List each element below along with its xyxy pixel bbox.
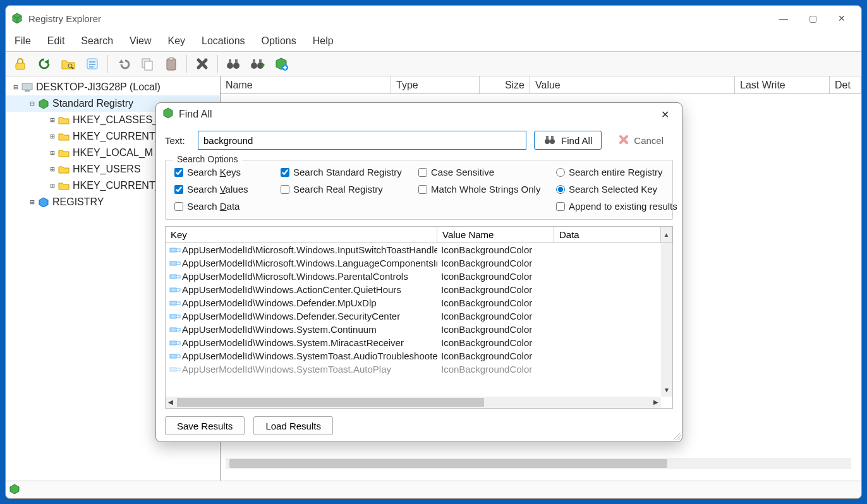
search-text-input[interactable] bbox=[198, 131, 526, 150]
svg-rect-38 bbox=[170, 261, 176, 265]
svg-rect-54 bbox=[170, 368, 176, 371]
load-results-button[interactable]: Load Results bbox=[253, 416, 333, 435]
binoculars-icon[interactable] bbox=[222, 54, 244, 74]
chk-append-results[interactable]: Append to existing results bbox=[556, 201, 682, 212]
menu-locations[interactable]: Locations bbox=[199, 34, 248, 48]
refresh-icon[interactable] bbox=[33, 54, 55, 74]
menu-key[interactable]: Key bbox=[165, 34, 188, 48]
grid-header[interactable]: Name Type Size Value Last Write Det bbox=[221, 76, 861, 94]
col-size[interactable]: Size bbox=[480, 76, 530, 93]
rad-search-entire[interactable]: Search entire Registry bbox=[556, 167, 682, 177]
menu-file[interactable]: File bbox=[12, 34, 33, 48]
tree-label: Standard Registry bbox=[52, 98, 133, 109]
menu-help[interactable]: Help bbox=[310, 34, 336, 48]
menu-options[interactable]: Options bbox=[259, 34, 299, 48]
find-all-button[interactable]: Find All bbox=[534, 131, 602, 150]
result-row[interactable]: AppUserModelId\Windows.SystemToast.Audio… bbox=[166, 349, 672, 363]
result-row[interactable]: AppUserModelId\Windows.System.MiracastRe… bbox=[166, 336, 672, 349]
lock-icon[interactable] bbox=[9, 54, 31, 74]
close-button[interactable]: ✕ bbox=[827, 8, 856, 28]
chk-search-keys[interactable]: Search Keys bbox=[174, 167, 276, 177]
result-row[interactable]: AppUserModelId\Windows.Defender.MpUxDlpI… bbox=[166, 296, 672, 309]
undo-icon[interactable] bbox=[112, 54, 134, 74]
folder-search-icon[interactable] bbox=[58, 54, 79, 74]
status-bar bbox=[6, 481, 861, 498]
cancel-x-icon bbox=[619, 135, 629, 147]
svg-marker-3 bbox=[44, 59, 49, 64]
minimize-button[interactable]: — bbox=[769, 8, 798, 28]
result-row[interactable]: AppUserModelId\Microsoft.Windows.Languag… bbox=[166, 256, 672, 270]
app-icon bbox=[11, 12, 23, 25]
cube-blue-icon bbox=[37, 197, 50, 207]
col-details[interactable]: Det bbox=[830, 76, 861, 93]
chk-match-whole[interactable]: Match Whole Strings Only bbox=[418, 184, 551, 195]
col-name[interactable]: Name bbox=[221, 76, 391, 93]
results-list[interactable]: Key Value Name Data ▲ AppUserModelId\Mic… bbox=[165, 226, 673, 409]
menu-view[interactable]: View bbox=[127, 34, 154, 48]
svg-rect-36 bbox=[170, 248, 176, 252]
key-icon bbox=[169, 246, 179, 254]
svg-rect-37 bbox=[176, 249, 180, 251]
copy-icon[interactable] bbox=[136, 54, 158, 74]
menu-search[interactable]: Search bbox=[78, 34, 116, 48]
chk-search-real[interactable]: Search Real Registry bbox=[281, 184, 413, 195]
folder-icon bbox=[58, 181, 70, 190]
chk-search-standard[interactable]: Search Standard Registry bbox=[281, 167, 413, 177]
col-value-name[interactable]: Value Name bbox=[437, 227, 554, 243]
binoculars-icon bbox=[543, 135, 556, 147]
dialog-close-button[interactable]: ✕ bbox=[654, 109, 676, 121]
col-key[interactable]: Key bbox=[166, 227, 437, 243]
result-row[interactable]: AppUserModelId\Microsoft.Windows.InputSw… bbox=[166, 243, 672, 256]
folder-icon bbox=[58, 116, 70, 124]
key-icon bbox=[169, 339, 179, 347]
svg-rect-53 bbox=[176, 355, 180, 357]
maximize-button[interactable]: ▢ bbox=[798, 8, 827, 28]
results-header[interactable]: Key Value Name Data ▲ bbox=[166, 227, 672, 243]
grid-hscroll[interactable] bbox=[226, 458, 851, 469]
svg-rect-43 bbox=[176, 289, 180, 291]
cancel-button[interactable]: Cancel bbox=[609, 131, 673, 150]
notes-icon[interactable] bbox=[82, 54, 103, 74]
svg-line-58 bbox=[678, 438, 681, 440]
chk-search-data[interactable]: Search Data bbox=[174, 201, 276, 212]
results-hscroll[interactable]: ◀▶ bbox=[166, 397, 661, 408]
result-row[interactable]: AppUserModelId\Windows.System.ContinuumI… bbox=[166, 323, 672, 336]
rad-search-selected[interactable]: Search Selected Key bbox=[556, 184, 682, 195]
result-row[interactable]: AppUserModelId\Windows.SystemToast.AutoP… bbox=[166, 363, 672, 376]
svg-marker-23 bbox=[262, 63, 265, 68]
menu-edit[interactable]: Edit bbox=[45, 34, 68, 48]
svg-rect-50 bbox=[170, 341, 176, 345]
svg-rect-2 bbox=[16, 63, 25, 69]
result-row[interactable]: AppUserModelId\Windows.Defender.Security… bbox=[166, 309, 672, 323]
result-row[interactable]: AppUserModelId\Windows.ActionCenter.Quie… bbox=[166, 283, 672, 296]
key-icon bbox=[169, 313, 179, 320]
paste-icon[interactable] bbox=[161, 54, 182, 74]
dialog-titlebar[interactable]: Find All ✕ bbox=[156, 103, 682, 126]
svg-point-15 bbox=[227, 63, 233, 69]
results-vscroll[interactable]: ▼ bbox=[661, 243, 672, 397]
title-bar[interactable]: Registry Explorer — ▢ ✕ bbox=[6, 6, 861, 31]
key-icon bbox=[169, 366, 179, 373]
cube-plus-icon[interactable] bbox=[270, 54, 292, 74]
binoculars-next-icon[interactable] bbox=[246, 54, 268, 74]
vscroll-up[interactable]: ▲ bbox=[661, 227, 672, 243]
resize-grip-icon[interactable] bbox=[672, 431, 681, 440]
search-options-group: Search Options Search Keys Search Standa… bbox=[165, 160, 673, 220]
col-value[interactable]: Value bbox=[530, 76, 735, 93]
col-data[interactable]: Data bbox=[554, 227, 661, 243]
result-row[interactable]: AppUserModelId\Microsoft.Windows.Parenta… bbox=[166, 270, 672, 283]
app-title: Registry Explorer bbox=[28, 13, 101, 24]
svg-marker-31 bbox=[164, 108, 173, 118]
tree-root[interactable]: ⊟ DESKTOP-JI3G28P (Local) bbox=[6, 79, 220, 95]
chk-case-sensitive[interactable]: Case Sensitive bbox=[418, 167, 551, 177]
chk-search-values[interactable]: Search Values bbox=[174, 184, 276, 195]
col-type[interactable]: Type bbox=[391, 76, 480, 93]
svg-rect-41 bbox=[176, 275, 180, 278]
group-legend: Search Options bbox=[173, 154, 242, 164]
dialog-icon bbox=[162, 107, 174, 121]
svg-rect-14 bbox=[169, 57, 173, 60]
delete-icon[interactable] bbox=[191, 54, 213, 74]
save-results-button[interactable]: Save Results bbox=[165, 416, 245, 435]
col-last-write[interactable]: Last Write bbox=[735, 76, 830, 93]
svg-rect-49 bbox=[176, 328, 180, 331]
